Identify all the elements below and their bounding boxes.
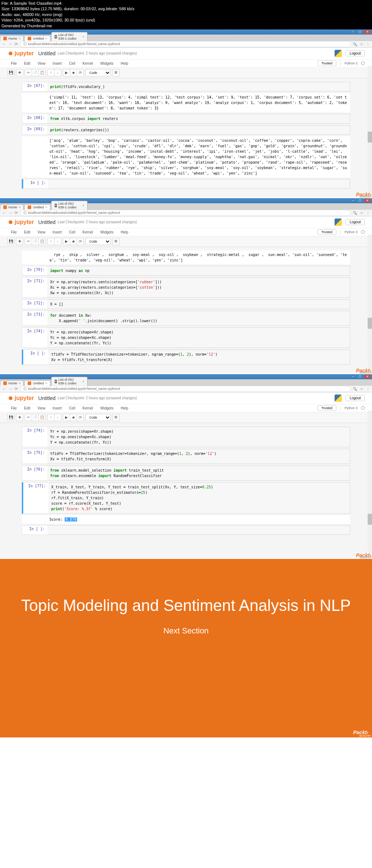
menu-cell[interactable]: Cell [65, 60, 79, 67]
scrollbar[interactable] [368, 411, 372, 558]
copy-button[interactable]: 📄 [32, 238, 39, 245]
reload-button[interactable]: ⟳ [15, 387, 18, 391]
trusted-button[interactable]: Trusted [318, 229, 336, 235]
menu-widgets[interactable]: Widgets [97, 405, 117, 411]
cell-input[interactable]: Xr = np.array(reuters.sents(categories=[… [48, 277, 350, 297]
forward-button[interactable]: → [8, 211, 12, 215]
run-button[interactable]: ▶ [63, 69, 70, 76]
cut-button[interactable]: ✂ [25, 414, 32, 421]
menu-help[interactable]: Help [117, 229, 132, 235]
jupyter-logo[interactable]: jupyter [7, 395, 34, 401]
url-input[interactable]: ⓘlocalhost:8889/notebooks/Untitled.ipynb… [20, 41, 351, 47]
close-icon[interactable]: × [45, 205, 47, 209]
command-palette-button[interactable]: ⌘ [112, 414, 120, 421]
close-icon[interactable]: × [45, 37, 47, 40]
notebook-title[interactable]: Untitled [38, 395, 55, 401]
cell-input[interactable]: tfidfv = TfidfVectorizer(tokenizer=token… [48, 449, 350, 464]
star-icon[interactable]: ☆ [360, 387, 363, 391]
star-icon[interactable]: ☆ [360, 42, 363, 46]
tab-home[interactable]: Home× [0, 380, 24, 386]
code-cell[interactable]: In [77]: X_train, X_test, Y_train, Y_tes… [22, 482, 350, 514]
cell-input[interactable]: tfidfv = TfidfVectorizer(tokenizer=token… [49, 350, 350, 364]
close-button[interactable]: ✕ [364, 30, 371, 34]
move-down-button[interactable]: ↓ [54, 414, 61, 421]
menu-kernel[interactable]: Kernel [79, 405, 97, 411]
trusted-button[interactable]: Trusted [318, 405, 336, 411]
cell-input[interactable]: from nltk.corpus import reuters [48, 114, 350, 123]
copy-button[interactable]: 📄 [32, 414, 39, 421]
code-cell[interactable]: In [72]: X = [] [22, 299, 350, 309]
menu-file[interactable]: File [7, 405, 20, 411]
scrollbar[interactable] [368, 66, 372, 197]
stop-button[interactable]: ■ [70, 69, 77, 76]
close-icon[interactable]: × [45, 381, 47, 385]
stop-button[interactable]: ■ [70, 238, 77, 245]
code-cell[interactable]: In [69]: print(reuters.categories()) [22, 125, 350, 135]
cell-input[interactable]: Yr = np.zeros(shape=Xr.shape) Yc = np.on… [48, 328, 350, 348]
close-icon[interactable]: × [19, 205, 20, 209]
star-icon[interactable]: ☆ [360, 211, 363, 215]
add-cell-button[interactable]: ✚ [16, 238, 23, 245]
forward-button[interactable]: → [8, 387, 12, 391]
scrollbar[interactable] [368, 235, 372, 373]
move-down-button[interactable]: ↓ [54, 238, 61, 245]
move-down-button[interactable]: ↓ [54, 69, 61, 76]
menu-view[interactable]: View [34, 229, 49, 235]
reload-button[interactable]: ⟳ [15, 42, 18, 47]
menu-kernel[interactable]: Kernel [79, 229, 97, 235]
menu-file[interactable]: File [7, 60, 20, 67]
cell-input[interactable]: from sklearn.model_selection import trai… [48, 466, 350, 480]
notebook-title[interactable]: Untitled [38, 51, 55, 56]
cell-input[interactable]: X = [] [48, 300, 350, 309]
cut-button[interactable]: ✂ [25, 238, 32, 245]
tab-wiki[interactable]: WList of ISO 639-1 codes× [51, 32, 88, 41]
forward-button[interactable]: → [8, 42, 12, 46]
menu-widgets[interactable]: Widgets [97, 229, 117, 235]
add-cell-button[interactable]: ✚ [16, 414, 23, 421]
cell-input[interactable]: print(tfidfv.vocabulary_) [48, 82, 350, 91]
save-button[interactable]: 💾 [7, 414, 15, 421]
maximize-button[interactable]: ▢ [357, 199, 363, 203]
code-cell[interactable]: In [68]: from nltk.corpus import reuters [22, 114, 350, 124]
maximize-button[interactable]: ▢ [357, 30, 363, 34]
stop-button[interactable]: ■ [70, 414, 77, 421]
code-cell[interactable]: In [73]: for document in Xw: X.append(' … [22, 311, 350, 326]
cell-input[interactable]: Yr = np.zeros(shape=Xr.shape) Yc = np.on… [48, 427, 350, 447]
code-cell[interactable]: In [67]: print(tfidfv.vocabulary_) [22, 82, 350, 92]
save-button[interactable]: 💾 [7, 238, 15, 245]
menu-view[interactable]: View [34, 60, 49, 67]
tab-home[interactable]: Home× [0, 36, 24, 41]
code-cell[interactable]: In [76]: from sklearn.model_selection im… [22, 465, 350, 481]
add-cell-button[interactable]: ✚ [16, 69, 23, 76]
back-button[interactable]: ← [2, 211, 6, 215]
menu-insert[interactable]: Insert [49, 229, 65, 235]
tab-wiki[interactable]: WList of ISO 639-1 codes× [51, 377, 88, 386]
tab-untitled[interactable]: Untitled× [24, 380, 50, 386]
logout-button[interactable]: Logout [345, 219, 365, 225]
menu-help[interactable]: Help [117, 405, 132, 411]
reload-button[interactable]: ⟳ [15, 211, 18, 215]
url-input[interactable]: ⓘlocalhost:8889/notebooks/Untitled.ipynb… [20, 210, 351, 216]
cell-input[interactable] [49, 179, 350, 188]
close-icon[interactable]: × [19, 381, 20, 385]
jupyter-logo[interactable]: jupyter [7, 219, 34, 225]
cell-input[interactable]: print(reuters.categories()) [48, 125, 350, 135]
menu-widgets[interactable]: Widgets [97, 60, 117, 67]
close-icon[interactable]: × [82, 380, 84, 383]
jupyter-logo[interactable]: jupyter [7, 50, 34, 57]
url-input[interactable]: ⓘlocalhost:8889/notebooks/Untitled.ipynb… [20, 386, 351, 392]
code-cell[interactable]: In [70]: import numpy as np [22, 266, 350, 276]
menu-kernel[interactable]: Kernel [79, 60, 97, 67]
restart-button[interactable]: ⟳ [77, 238, 84, 245]
tab-home[interactable]: Home× [0, 204, 24, 210]
tab-untitled[interactable]: Untitled× [24, 36, 50, 41]
trusted-button[interactable]: Trusted [318, 60, 336, 66]
cut-button[interactable]: ✂ [25, 69, 32, 76]
celltype-select[interactable]: Code [85, 238, 111, 245]
menu-icon[interactable]: ⋮ [366, 387, 370, 391]
code-cell[interactable]: In [75]: tfidfv = TfidfVectorizer(tokeni… [22, 449, 350, 464]
code-cell[interactable]: In [ ]: tfidfv = TfidfVectorizer(tokeniz… [22, 349, 350, 365]
menu-view[interactable]: View [34, 405, 49, 411]
tab-untitled[interactable]: Untitled× [24, 204, 50, 210]
tab-wiki[interactable]: WList of ISO 639-1 codes× [51, 201, 88, 210]
